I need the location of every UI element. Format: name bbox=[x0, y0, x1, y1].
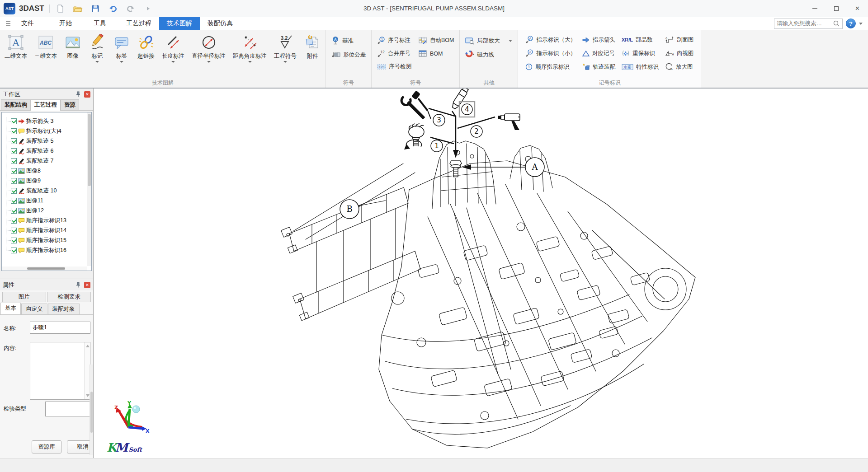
menu-tech-illustration[interactable]: 技术图解 bbox=[159, 17, 200, 30]
btn-geometric-tolerance[interactable]: 形位公差 bbox=[331, 50, 366, 59]
checkbox[interactable] bbox=[11, 198, 17, 204]
redo-icon[interactable] bbox=[125, 3, 136, 14]
checkbox[interactable] bbox=[11, 208, 17, 214]
tree-item[interactable]: 指示标识(大)4 bbox=[4, 126, 91, 136]
content-textarea[interactable] bbox=[30, 342, 90, 400]
tree-item[interactable]: 装配轨迹 7 bbox=[4, 156, 91, 166]
tree-vertical-scrollbar[interactable] bbox=[87, 112, 91, 266]
dropdown-caret[interactable] bbox=[283, 61, 287, 63]
callout-4-selected[interactable]: 4 bbox=[459, 102, 475, 117]
chevron-down-icon[interactable] bbox=[859, 23, 863, 25]
pin-icon[interactable] bbox=[75, 282, 81, 288]
btn-track-assembly[interactable]: 轨迹装配 bbox=[582, 62, 615, 71]
tree-item[interactable]: 顺序指示标识15 bbox=[4, 235, 91, 245]
search-icon[interactable] bbox=[833, 20, 840, 27]
btn-indicator-arrow[interactable]: 指示箭头 bbox=[582, 35, 615, 44]
scroll-down-icon[interactable] bbox=[86, 394, 90, 397]
menu-home[interactable]: 开始 bbox=[52, 17, 80, 30]
dropdown-caret[interactable] bbox=[95, 61, 99, 63]
checkbox[interactable] bbox=[11, 188, 17, 194]
tree-item[interactable]: 顺序指示标识13 bbox=[4, 215, 91, 225]
btn-indicator-mark-small[interactable]: a 指示标识（小） bbox=[525, 49, 576, 58]
btn-image[interactable]: 图像 bbox=[61, 31, 85, 60]
tool-hand-turn-icon[interactable] bbox=[404, 124, 424, 150]
btn-enlarged-view[interactable]: A 放大图 bbox=[665, 62, 694, 71]
bolt-drawing[interactable] bbox=[450, 161, 462, 177]
open-folder-icon[interactable] bbox=[72, 3, 83, 14]
dropdown-caret[interactable] bbox=[120, 61, 123, 63]
tree-item[interactable]: 图像12 bbox=[4, 206, 91, 215]
minimize-icon[interactable] bbox=[804, 0, 826, 17]
btn-sequence-indicator[interactable]: 1 顺序指示标识 bbox=[525, 62, 576, 71]
checkbox[interactable] bbox=[11, 118, 17, 124]
checkbox[interactable] bbox=[11, 128, 17, 134]
btn-marker[interactable]: 标记 bbox=[85, 31, 109, 63]
qat-more-icon[interactable] bbox=[143, 3, 154, 14]
menu-file[interactable]: 文件 bbox=[14, 17, 42, 30]
checkbox[interactable] bbox=[11, 178, 17, 184]
tool-impact-driver-icon[interactable] bbox=[498, 114, 520, 130]
btn-characteristic-mark[interactable]: 水密 特性标识 bbox=[622, 62, 659, 71]
btn-3d-text[interactable]: ABC 三维文本 bbox=[31, 31, 61, 60]
menu-tools[interactable]: 工具 bbox=[86, 17, 114, 30]
btn-tag[interactable]: 标签 bbox=[109, 31, 134, 63]
undo-icon[interactable] bbox=[108, 3, 118, 14]
btn-indicator-mark-large[interactable]: A 指示标识（大） bbox=[525, 35, 576, 44]
btn-2d-text[interactable]: A 二维文本 bbox=[1, 31, 31, 60]
resource-library-button[interactable]: 资源库 bbox=[32, 440, 61, 453]
tab-basic[interactable]: 基本 bbox=[0, 303, 21, 314]
pin-icon[interactable] bbox=[75, 91, 81, 97]
btn-important-mark[interactable]: 重保标识 bbox=[622, 49, 659, 58]
scroll-up-icon[interactable] bbox=[86, 345, 90, 347]
checkbox[interactable] bbox=[11, 248, 17, 253]
btn-correspondence-mark[interactable]: 对应记号 bbox=[582, 49, 615, 58]
tree-item[interactable]: 装配轨迹 6 bbox=[4, 146, 91, 156]
checkbox[interactable] bbox=[11, 218, 17, 224]
hamburger-icon[interactable] bbox=[3, 17, 14, 30]
checkbox[interactable] bbox=[11, 148, 17, 154]
callout-2[interactable]: 2 bbox=[471, 126, 482, 137]
menu-process[interactable]: 工艺过程 bbox=[118, 17, 159, 30]
dropdown-caret[interactable] bbox=[207, 61, 211, 63]
callout-3[interactable]: 3 bbox=[433, 114, 445, 126]
btn-balloon-check[interactable]: 123 序号检测 bbox=[377, 62, 411, 71]
btn-magnetic-line[interactable]: 磁力线 bbox=[465, 50, 512, 59]
search-input[interactable] bbox=[777, 20, 833, 27]
callout-1[interactable]: 1 bbox=[431, 140, 443, 152]
btn-attachment[interactable]: 附件 bbox=[300, 31, 325, 60]
checkbox[interactable] bbox=[11, 158, 17, 164]
tree-horizontal-scrollbar[interactable] bbox=[2, 266, 87, 271]
btn-bom[interactable]: BOM bbox=[419, 49, 454, 58]
dropdown-caret[interactable] bbox=[248, 61, 252, 63]
dropdown-caret[interactable] bbox=[171, 61, 175, 63]
tree-item[interactable]: 顺序指示标识16 bbox=[4, 245, 91, 255]
tree-item[interactable]: 装配轨迹 10 bbox=[4, 186, 91, 196]
tree-item[interactable]: 指示箭头 3 bbox=[4, 116, 91, 126]
close-icon[interactable]: ✕ bbox=[847, 0, 868, 17]
menu-assembly-sim[interactable]: 装配仿真 bbox=[200, 17, 241, 30]
tree-item[interactable]: 图像9 bbox=[4, 176, 91, 186]
maximize-icon[interactable] bbox=[826, 0, 847, 17]
close-icon[interactable]: ✕ bbox=[84, 282, 90, 288]
btn-direction-view[interactable]: A 向视图 bbox=[665, 49, 694, 58]
dropdown-caret[interactable] bbox=[509, 40, 512, 42]
btn-merge-balloon[interactable]: 12 合并序号 bbox=[377, 49, 411, 58]
tab-custom[interactable]: 自定义 bbox=[21, 304, 47, 314]
tree-item[interactable]: 装配轨迹 5 bbox=[4, 136, 91, 146]
btn-auto-bom[interactable]: 自动BOM bbox=[419, 36, 454, 45]
tool-wrench-screwdriver-icon[interactable] bbox=[401, 91, 431, 119]
close-icon[interactable]: ✕ bbox=[84, 91, 90, 98]
btn-detail-zoom[interactable]: 局部放大 bbox=[465, 36, 512, 45]
btn-datum[interactable]: A 基准 bbox=[331, 36, 366, 45]
checkbox[interactable] bbox=[11, 168, 17, 174]
btn-distance-angle-dim[interactable]: 距离角度标注 bbox=[229, 31, 270, 63]
btn-length-dim[interactable]: 长度标注 bbox=[158, 31, 188, 63]
check-type-field[interactable] bbox=[45, 402, 91, 416]
tab-picture[interactable]: 图片 bbox=[2, 292, 46, 302]
btn-balloon[interactable]: 1 序号标注 bbox=[377, 36, 411, 45]
btn-part-count[interactable]: XR/L 部品数 bbox=[622, 35, 659, 44]
checkbox[interactable] bbox=[11, 228, 17, 234]
btn-surface-symbol[interactable]: 3.2 工程符号 bbox=[270, 31, 300, 63]
tab-inspection-req[interactable]: 检测要求 bbox=[47, 292, 91, 302]
tab-process[interactable]: 工艺过程 bbox=[31, 99, 61, 111]
